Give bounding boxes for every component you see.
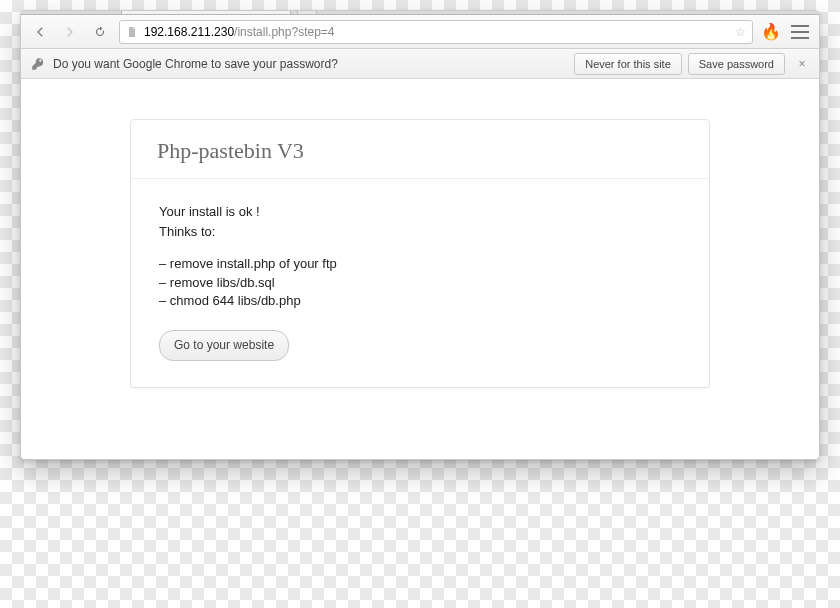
address-bar[interactable]: 192.168.211.230/install.php?step=4 ☆ — [119, 20, 753, 44]
toolbar: 192.168.211.230/install.php?step=4 ☆ 🔥 — [21, 15, 819, 49]
hamburger-icon — [791, 25, 809, 39]
step-item: chmod 644 libs/db.php — [159, 292, 681, 310]
reload-button[interactable] — [89, 21, 111, 43]
save-password-bar: Do you want Google Chrome to save your p… — [21, 49, 819, 79]
page-title: Php-pastebin V3 — [157, 138, 683, 164]
never-for-this-site-button[interactable]: Never for this site — [574, 53, 682, 75]
forward-button[interactable] — [59, 21, 81, 43]
page-content: Php-pastebin V3 Your install is ok ! Thi… — [21, 79, 819, 459]
save-password-button[interactable]: Save password — [688, 53, 785, 75]
step-item: remove libs/db.sql — [159, 274, 681, 292]
extension-icon[interactable]: 🔥 — [761, 22, 781, 41]
url-host: 192.168.211.230 — [144, 25, 234, 39]
key-icon — [31, 57, 45, 71]
menu-button[interactable] — [789, 21, 811, 43]
new-tab-button[interactable] — [297, 10, 317, 14]
browser-window: Welcome - Php-pastebin V… × 192.168.211.… — [20, 10, 820, 460]
go-to-website-button[interactable]: Go to your website — [159, 330, 289, 361]
card-body: Your install is ok ! Thinks to: remove i… — [131, 179, 709, 387]
page-icon — [126, 26, 138, 38]
browser-tab[interactable]: Welcome - Php-pastebin V… × — [121, 10, 291, 14]
tab-strip: Welcome - Php-pastebin V… × — [21, 10, 819, 15]
step-list: remove install.php of your ftp remove li… — [159, 255, 681, 310]
thinks-to-text: Thinks to: — [159, 223, 681, 241]
url-path: /install.php?step=4 — [234, 25, 334, 39]
bookmark-star-icon[interactable]: ☆ — [735, 25, 746, 39]
install-card: Php-pastebin V3 Your install is ok ! Thi… — [130, 119, 710, 388]
infobar-message: Do you want Google Chrome to save your p… — [53, 57, 338, 71]
install-ok-text: Your install is ok ! — [159, 203, 681, 221]
back-button[interactable] — [29, 21, 51, 43]
card-header: Php-pastebin V3 — [131, 120, 709, 179]
step-item: remove install.php of your ftp — [159, 255, 681, 273]
infobar-close-icon[interactable]: × — [791, 57, 813, 71]
